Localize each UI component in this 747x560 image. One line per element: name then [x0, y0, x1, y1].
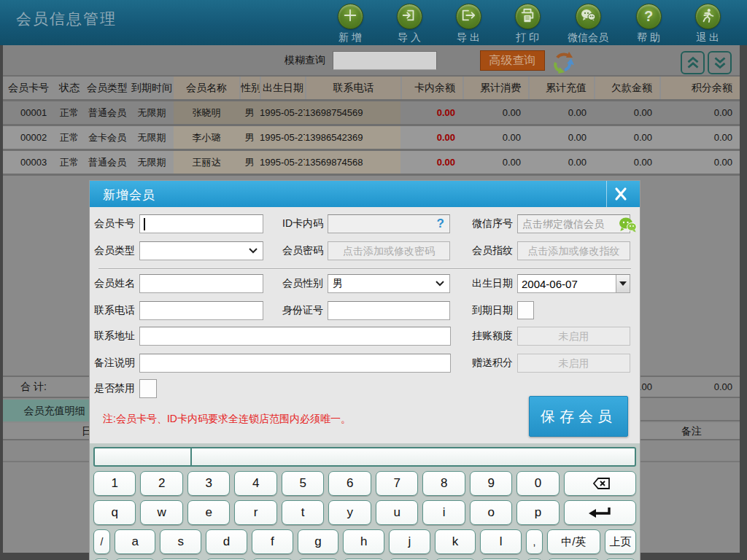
name-input[interactable] — [139, 274, 263, 293]
search-input[interactable] — [333, 51, 437, 70]
wechat-bind-icon[interactable] — [616, 214, 638, 238]
col-status[interactable]: 状态 — [54, 77, 85, 99]
export-button[interactable]: 导 出 — [449, 4, 487, 44]
id-card-input[interactable] — [328, 301, 450, 320]
key-3[interactable]: 3 — [187, 471, 230, 496]
phone-label: 联系电话 — [90, 304, 135, 317]
close-button[interactable] — [606, 181, 634, 207]
key-h[interactable]: h — [343, 529, 384, 554]
id-card-label: 身份证号 — [278, 304, 323, 317]
col-expire-time[interactable]: 到期时间 — [130, 77, 174, 99]
text-caret — [144, 218, 145, 230]
disabled-checkbox[interactable] — [139, 379, 157, 398]
key-o[interactable]: o — [470, 500, 512, 525]
key-5[interactable]: 5 — [282, 471, 324, 496]
table-row[interactable]: 00001 正常 普通会员 无限期 张晓明 男 1995-05-27 13698… — [3, 101, 740, 124]
save-member-button[interactable]: 保存会员 — [529, 396, 628, 437]
key-q[interactable]: q — [93, 500, 136, 525]
col-debt[interactable]: 欠款金额 — [594, 77, 659, 99]
wechat-no-input[interactable]: 点击绑定微信会员 — [517, 214, 630, 233]
member-type-select[interactable] — [139, 241, 263, 260]
unique-note: 注:会员卡号、ID卡内码要求全连锁店范围内必须唯一。 — [103, 413, 351, 426]
remark-input[interactable] — [139, 354, 451, 373]
key-backspace[interactable] — [564, 471, 636, 496]
col-phone[interactable]: 联系电话 — [305, 77, 400, 99]
date-dropdown-button[interactable] — [616, 275, 630, 292]
print-icon — [519, 7, 535, 26]
key-comma[interactable]: , — [526, 529, 543, 554]
refresh-button[interactable] — [550, 48, 576, 77]
key-k[interactable]: k — [435, 529, 476, 554]
key-6[interactable]: 6 — [328, 471, 371, 496]
key-y[interactable]: y — [328, 500, 371, 525]
expire-date-checkbox[interactable] — [517, 301, 534, 319]
col-member-name[interactable]: 会员名称 — [174, 77, 239, 99]
col-total-recharge[interactable]: 累计充值 — [528, 77, 594, 99]
key-2[interactable]: 2 — [140, 471, 182, 496]
member-info-window: 会员信息管理 新 增 导 入 导 出 打 印 — [0, 0, 747, 560]
exit-button[interactable]: 退 出 — [689, 4, 727, 44]
set-password-button[interactable]: 点击添加或修改密码 — [328, 241, 450, 260]
question-icon[interactable]: ? — [437, 217, 444, 231]
card-balance: 0.00 — [400, 151, 462, 174]
advanced-search-button[interactable]: 高级查询 — [480, 50, 545, 71]
table-row[interactable]: 00002 正常 金卡会员 无限期 李小璐 男 1995-05-27 13986… — [3, 126, 740, 149]
col-card-no[interactable]: 会员卡号 — [3, 77, 54, 99]
col-birthday[interactable]: 出生日期 — [260, 77, 305, 99]
key-g[interactable]: g — [298, 529, 339, 554]
table-row[interactable]: 00003 正常 普通会员 无限期 王丽达 男 1995-05-27 13569… — [3, 151, 740, 174]
key-4[interactable]: 4 — [234, 471, 276, 496]
gender-select[interactable]: 男 — [328, 274, 450, 293]
id-code-input[interactable]: ? — [328, 214, 450, 233]
scroll-up-button[interactable] — [681, 51, 705, 74]
key-i[interactable]: i — [422, 500, 465, 525]
exit-icon — [700, 7, 716, 26]
wechat-member-button[interactable]: 微信会员 — [568, 4, 608, 44]
key-9[interactable]: 9 — [470, 471, 512, 496]
print-button[interactable]: 打 印 — [508, 4, 546, 44]
card-no-input[interactable] — [139, 214, 263, 233]
key-zh-en-toggle[interactable]: 中/英 — [547, 529, 600, 554]
key-p[interactable]: p — [516, 500, 559, 525]
add-member-button[interactable]: 新 增 — [331, 4, 369, 44]
key-f[interactable]: f — [252, 529, 293, 554]
title-bar: 会员信息管理 新 增 导 入 导 出 打 印 — [0, 0, 747, 45]
key-j[interactable]: j — [389, 529, 430, 554]
key-a[interactable]: a — [115, 529, 156, 554]
key-r[interactable]: r — [234, 500, 276, 525]
key-1[interactable]: 1 — [93, 471, 136, 496]
birthday-datepicker[interactable]: 2004-06-07 — [517, 274, 630, 293]
key-page-up[interactable]: 上页 — [605, 529, 636, 554]
address-input[interactable] — [139, 327, 451, 346]
key-w[interactable]: w — [140, 500, 182, 525]
key-l[interactable]: l — [480, 529, 522, 554]
key-e[interactable]: e — [187, 500, 230, 525]
credit-label: 挂账额度 — [468, 330, 513, 343]
add-icon — [342, 7, 358, 26]
key-u[interactable]: u — [376, 500, 418, 525]
fuzzy-search-label: 模糊查询 — [285, 54, 325, 67]
key-8[interactable]: 8 — [422, 471, 465, 496]
keyboard-row-qwerty: q w e r t y u i o p — [93, 500, 636, 525]
key-t[interactable]: t — [282, 500, 324, 525]
help-button[interactable]: ? 帮 助 — [630, 4, 667, 44]
phone-input[interactable] — [139, 301, 263, 320]
key-s[interactable]: s — [160, 529, 201, 554]
key-0[interactable]: 0 — [516, 471, 559, 496]
col-points[interactable]: 积分余额 — [659, 77, 740, 99]
col-total-consume[interactable]: 累计消费 — [462, 77, 528, 99]
set-fingerprint-button[interactable]: 点击添加或修改指纹 — [517, 241, 630, 260]
window-border-left — [0, 45, 3, 560]
col-gender[interactable]: 性别 — [239, 77, 260, 99]
key-slash[interactable]: / — [93, 529, 110, 554]
key-enter[interactable] — [564, 500, 636, 525]
keyboard-candidate-cell — [95, 448, 192, 465]
col-card-balance[interactable]: 卡内余额 — [400, 77, 462, 99]
window-border-right — [740, 45, 747, 560]
key-7[interactable]: 7 — [376, 471, 418, 496]
col-member-type[interactable]: 会员类型 — [85, 77, 130, 99]
scroll-down-button[interactable] — [708, 51, 732, 74]
wechat-no-label: 微信序号 — [468, 217, 513, 230]
import-button[interactable]: 导 入 — [390, 4, 428, 44]
key-d[interactable]: d — [206, 529, 247, 554]
